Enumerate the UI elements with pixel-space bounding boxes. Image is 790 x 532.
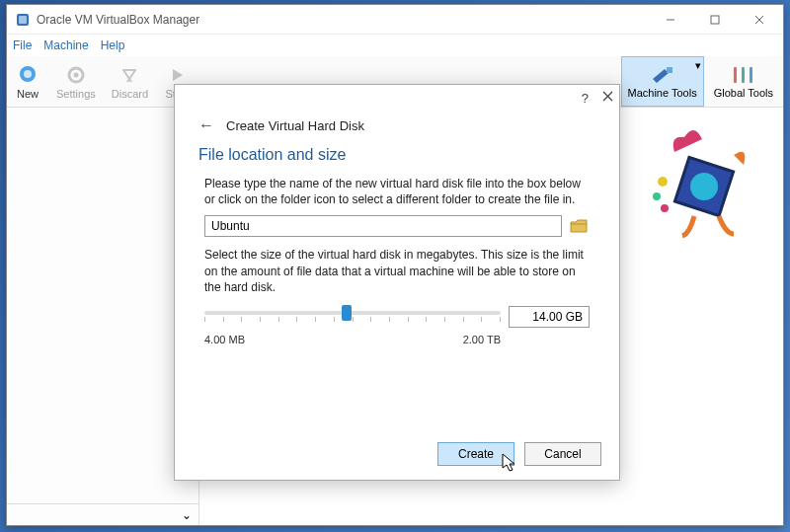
create-button[interactable]: Create — [437, 442, 514, 466]
svg-rect-10 — [667, 67, 672, 73]
svg-point-17 — [658, 177, 668, 187]
toolbar-new[interactable]: New — [7, 56, 48, 107]
create-disk-dialog: ? ← Create Virtual Hard Disk File locati… — [174, 84, 620, 481]
size-slider[interactable] — [204, 303, 501, 331]
svg-point-7 — [24, 70, 32, 78]
svg-point-18 — [653, 192, 661, 200]
toolbar-settings[interactable]: Settings — [48, 56, 104, 107]
svg-rect-3 — [711, 16, 719, 24]
dialog-body: Please type the name of the new virtual … — [175, 170, 619, 355]
discard-icon — [118, 64, 141, 88]
toolbar-machine-tools-label: Machine Tools — [628, 87, 697, 99]
toolbar-new-label: New — [17, 88, 39, 100]
cancel-button[interactable]: Cancel — [524, 442, 601, 466]
back-arrow-icon[interactable]: ← — [198, 116, 214, 134]
slider-min-label: 4.00 MB — [204, 333, 245, 347]
sidebar-dropdown[interactable]: ⌄ — [7, 503, 199, 525]
menu-help[interactable]: Help — [101, 38, 125, 52]
titlebar: Oracle VM VirtualBox Manager — [7, 5, 783, 35]
dialog-section-title: File location and size — [175, 136, 619, 170]
gear-icon — [64, 64, 88, 88]
file-path-input[interactable] — [204, 215, 562, 237]
svg-point-16 — [690, 173, 718, 200]
maximize-button[interactable] — [692, 5, 737, 35]
slider-max-label: 2.00 TB — [463, 333, 501, 347]
toolbar-global-tools-label: Global Tools — [714, 87, 773, 99]
menubar: File Machine Help — [7, 35, 783, 56]
svg-point-19 — [661, 204, 669, 212]
menu-machine[interactable]: Machine — [43, 38, 88, 52]
toolbar-global-tools[interactable]: Global Tools — [704, 56, 783, 107]
svg-rect-13 — [750, 67, 752, 83]
dialog-close-button[interactable] — [602, 91, 613, 105]
hammer-icon — [649, 65, 676, 87]
dialog-header: ← Create Virtual Hard Disk — [175, 111, 619, 136]
svg-rect-1 — [19, 16, 27, 24]
toolbar-machine-tools[interactable]: ▾ Machine Tools — [621, 56, 704, 107]
minimize-button[interactable] — [648, 5, 692, 35]
browse-folder-button[interactable] — [568, 215, 590, 237]
svg-rect-12 — [742, 67, 745, 83]
menu-file[interactable]: File — [13, 38, 32, 52]
chevron-down-icon: ▾ — [695, 59, 701, 72]
size-input[interactable] — [509, 306, 590, 328]
dialog-para1: Please type the name of the new virtual … — [204, 176, 590, 207]
slider-thumb[interactable] — [342, 305, 352, 321]
toolbar-discard-label: Discard — [112, 88, 148, 100]
window-title: Oracle VM VirtualBox Manager — [37, 13, 199, 27]
toolbar-settings-label: Settings — [56, 88, 96, 100]
vm-sidebar — [7, 108, 199, 525]
svg-rect-11 — [734, 67, 737, 83]
close-button[interactable] — [737, 5, 781, 35]
new-icon — [16, 64, 40, 88]
dialog-para2: Select the size of the virtual hard disk… — [204, 247, 590, 295]
toolbar-discard[interactable]: Discard — [104, 56, 156, 107]
mascot-image — [635, 117, 763, 246]
tools-icon — [730, 65, 757, 87]
chevron-down-icon: ⌄ — [182, 508, 192, 522]
svg-point-9 — [73, 72, 78, 77]
dialog-titlebar: ? — [175, 85, 619, 111]
app-icon — [15, 12, 31, 28]
dialog-help-button[interactable]: ? — [582, 91, 589, 106]
dialog-header-text: Create Virtual Hard Disk — [226, 118, 364, 133]
